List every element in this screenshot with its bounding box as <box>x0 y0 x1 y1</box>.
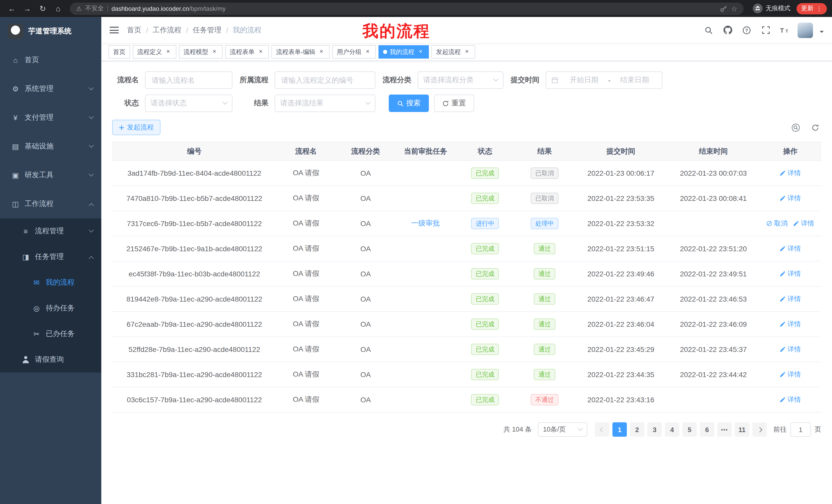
browser-back-icon[interactable]: ← <box>5 2 19 15</box>
browser-home-icon[interactable]: ⌂ <box>51 2 65 15</box>
tab[interactable]: 流程定义 × <box>133 45 176 59</box>
sidebar-item[interactable]: 流程管理 <box>0 218 101 244</box>
process-name-input[interactable] <box>145 72 232 89</box>
goto-page-input[interactable] <box>790 422 811 437</box>
breadcrumb-segment: 任务管理 / <box>193 25 233 35</box>
sidebar-item[interactable]: 基础设施 <box>0 132 101 161</box>
table-row: 7317cec6-7b9b-11ec-b5b7-acde48001122 OA … <box>112 211 821 236</box>
bookmark-star-icon[interactable]: ☆ <box>731 4 737 12</box>
password-key-icon[interactable] <box>720 5 727 12</box>
sidebar-toggle-icon[interactable] <box>109 27 119 33</box>
detail-link[interactable]: 详情 <box>780 244 801 253</box>
detail-link[interactable]: 详情 <box>780 169 801 178</box>
github-icon[interactable] <box>722 24 734 36</box>
date-range-picker[interactable]: 开始日期 - 结束日期 <box>546 72 662 89</box>
chevron-down-icon <box>493 76 498 81</box>
breadcrumb-item[interactable]: 任务管理 <box>193 25 222 35</box>
result-select[interactable]: 请选择流结果 <box>275 94 375 112</box>
browser-update-button[interactable]: 更新 ⋮ <box>797 3 827 14</box>
status-select[interactable]: 请选择状态 <box>145 94 232 112</box>
sidebar-item[interactable]: 我的流程 <box>0 270 101 296</box>
detail-link[interactable]: 详情 <box>780 345 801 354</box>
tab[interactable]: 首页 <box>108 45 130 59</box>
browser-forward-icon[interactable]: → <box>21 2 34 15</box>
category-select[interactable]: 请选择流程分类 <box>418 72 503 89</box>
breadcrumb-item[interactable]: 我的流程 <box>233 25 261 35</box>
security-label[interactable]: 不安全 <box>85 4 104 13</box>
next-page-button[interactable] <box>752 422 767 437</box>
search-button[interactable]: 搜索 <box>389 94 429 112</box>
process-def-input[interactable] <box>275 72 375 89</box>
caret-down-icon[interactable] <box>820 31 824 35</box>
search-icon[interactable] <box>702 24 715 36</box>
detail-link[interactable]: 详情 <box>780 269 801 278</box>
refresh-icon[interactable] <box>809 121 821 134</box>
tab-close-icon[interactable]: × <box>417 48 424 55</box>
current-task-link[interactable]: 一级审批 <box>411 219 440 227</box>
process-name-input-field[interactable] <box>151 76 227 85</box>
tab-close-icon[interactable]: × <box>318 48 325 55</box>
address-bar[interactable]: ⚠ 不安全 dashboard.yudao.iocoder.cn/bpm/tas… <box>70 2 744 15</box>
detail-link[interactable]: 详情 <box>793 219 814 228</box>
page-button[interactable]: 4 <box>665 422 679 437</box>
detail-link[interactable]: 详情 <box>780 395 801 404</box>
page-button[interactable]: 1 <box>613 422 627 437</box>
sidebar-item[interactable]: 任务管理 <box>0 244 101 270</box>
sidebar-item-label: 我的流程 <box>46 278 75 287</box>
page-size-select[interactable]: 10条/页 <box>538 422 587 437</box>
tab-close-icon[interactable]: × <box>211 48 218 55</box>
sidebar-item[interactable]: 首页 <box>0 46 101 75</box>
detail-link[interactable]: 详情 <box>780 295 801 304</box>
page-button[interactable]: 5 <box>682 422 697 437</box>
browser-reload-icon[interactable]: ↻ <box>36 2 49 15</box>
sidebar-item[interactable]: 支付管理 <box>0 103 101 132</box>
cancel-link[interactable]: 取消 <box>766 219 787 228</box>
sidebar-item[interactable]: 研发工具 <box>0 161 101 190</box>
detail-link[interactable]: 详情 <box>780 194 801 203</box>
page-button[interactable]: 2 <box>630 422 644 437</box>
user-avatar[interactable] <box>798 22 813 38</box>
breadcrumb-item[interactable]: 首页 <box>127 25 141 35</box>
tab[interactable]: 用户分组 × <box>332 45 376 59</box>
detail-link[interactable]: 详情 <box>780 370 801 379</box>
tab-close-icon[interactable]: × <box>463 48 470 55</box>
tab[interactable]: 我的流程 × <box>379 45 429 59</box>
tab-close-icon[interactable]: × <box>364 48 371 55</box>
filter-row-1: 流程名 所属流程 流程分类 请选择流程分类 提交时间 <box>112 71 821 89</box>
page-button[interactable]: 3 <box>647 422 662 437</box>
browser-menu-icon[interactable]: ⋮ <box>816 5 822 12</box>
cell-process-name: OA 请假 <box>277 269 336 278</box>
cell-process-category: OA <box>336 219 396 228</box>
cell-actions: 详情 <box>759 319 821 329</box>
font-size-icon[interactable]: TT <box>779 24 791 36</box>
tab-close-icon[interactable]: × <box>164 48 172 55</box>
sidebar-item[interactable]: 工作流程 <box>0 190 101 218</box>
chevron-down-icon <box>365 99 370 104</box>
reset-button[interactable]: 重置 <box>434 94 474 112</box>
page-button[interactable]: 11 <box>735 422 749 437</box>
sidebar-item[interactable]: 待办任务 <box>0 296 101 321</box>
sidebar-item[interactable]: 系统管理 <box>0 75 101 103</box>
tab-close-icon[interactable]: × <box>257 48 264 55</box>
prev-page-button[interactable] <box>595 422 609 437</box>
result-select-placeholder: 请选择流结果 <box>280 99 323 108</box>
page-button[interactable]: 6 <box>700 422 714 437</box>
tab[interactable]: 流程表单-编辑 × <box>271 45 330 59</box>
cell-actions: 详情 <box>759 295 821 304</box>
page-button[interactable]: ••• <box>717 422 732 437</box>
column-header: 流程分类 <box>336 147 396 156</box>
tab[interactable]: 流程表单 × <box>225 45 269 59</box>
create-process-button[interactable]: 发起流程 <box>112 120 160 135</box>
url-path: /bpm/task/my <box>189 5 226 12</box>
help-icon[interactable]: ? <box>740 24 753 36</box>
tab[interactable]: 发起流程 × <box>432 45 475 59</box>
detail-link[interactable]: 详情 <box>780 319 801 329</box>
cell-process-id: 7470a810-7b9b-11ec-b5b7-acde48001122 <box>112 194 277 202</box>
sidebar-item[interactable]: 已办任务 <box>0 321 101 347</box>
breadcrumb-item[interactable]: 工作流程 <box>153 25 182 35</box>
process-def-input-field[interactable] <box>280 76 370 85</box>
fullscreen-icon[interactable] <box>759 24 772 36</box>
sidebar-item[interactable]: 请假查询 <box>0 347 101 372</box>
toggle-search-icon[interactable] <box>789 121 802 134</box>
tab[interactable]: 流程模型 × <box>179 45 223 59</box>
